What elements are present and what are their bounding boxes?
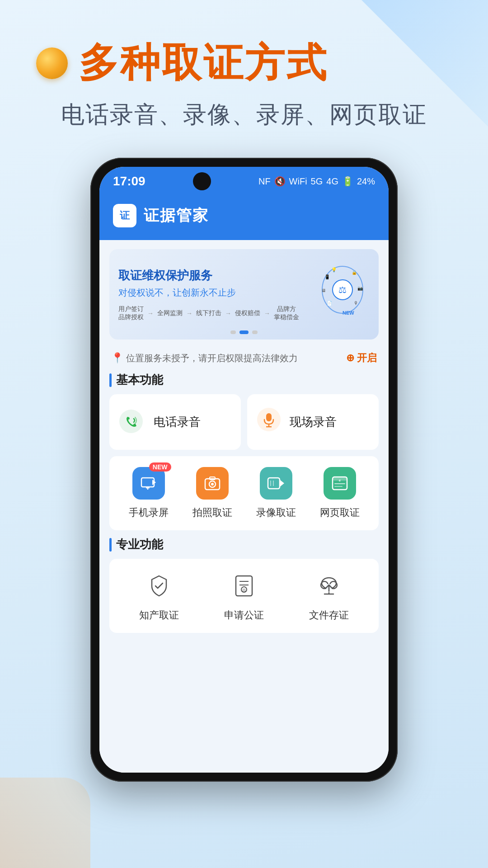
section-bar-indicator	[109, 373, 112, 387]
app-name: 证据管家	[144, 205, 209, 226]
signal-5g: 5G	[311, 176, 323, 187]
phone-record-label: 电话录音	[154, 414, 201, 430]
banner-card[interactable]: 取证维权保护服务 对侵权说不，让创新永不止步 用户签订品牌授权 → 全网监测 →…	[109, 249, 379, 340]
app-content: 取证维权保护服务 对侵权说不，让创新永不止步 用户签订品牌授权 → 全网监测 →…	[99, 240, 389, 773]
svg-text:🎙: 🎙	[354, 301, 358, 306]
location-icon: 📍	[111, 352, 123, 364]
dot-3	[252, 330, 258, 334]
banner-text: 取证维权保护服务 对侵权说不，让创新永不止步 用户签订品牌授权 → 全网监测 →…	[118, 267, 308, 321]
banner-subtitle: 对侵权说不，让创新永不止步	[118, 287, 308, 299]
new-badge: NEW	[149, 462, 171, 472]
mute-icon: 🔇	[274, 176, 286, 187]
banner-inner: 取证维权保护服务 对侵权说不，让创新永不止步 用户签订品牌授权 → 全网监测 →…	[109, 249, 379, 340]
pro-section-header: 专业功能	[109, 537, 379, 552]
photo-evidence-icon	[196, 467, 229, 500]
signal-4g: 4G	[326, 176, 338, 187]
step-4: 侵权赔偿	[235, 309, 260, 317]
location-notice: 📍 位置服务未授予，请开启权限提高法律效力 ⊕ 开启	[109, 347, 379, 369]
file-deposit-label: 文件存证	[309, 609, 349, 622]
func-grid: NEW 手机录屏	[109, 456, 379, 530]
location-open-btn[interactable]: ⊕ 开启	[346, 351, 377, 365]
basic-func-row: 电话录音 现场录音	[109, 394, 379, 450]
location-left: 📍 位置服务未授予，请开启权限提高法律效力	[111, 352, 298, 364]
onsite-record-card[interactable]: 现场录音	[247, 394, 379, 450]
ip-evidence-icon	[143, 570, 175, 602]
status-icons: NF 🔇 WiFi 5G 4G 🔋 24%	[258, 176, 375, 187]
svg-text:📱: 📱	[324, 274, 330, 280]
main-title: 多种取证方式	[79, 36, 328, 90]
camera-notch	[193, 172, 211, 190]
phone-wave-icon	[118, 409, 145, 436]
ip-evidence-label: 知产取证	[139, 609, 179, 622]
video-evidence-icon	[260, 467, 292, 500]
app-header: 证 证据管家	[99, 196, 389, 240]
dot-2-active	[239, 330, 249, 334]
svg-point-22	[211, 483, 214, 486]
logo-text: 证	[120, 209, 130, 222]
video-evidence-item[interactable]: 录像取证	[256, 467, 296, 519]
battery-icon: 🔋	[342, 176, 353, 187]
banner-image: ⚖ 📱 🔒 📷 🎙 📄 🖥 💡 NEW	[315, 263, 370, 326]
svg-rect-31	[334, 483, 345, 484]
location-open-label: 开启	[357, 351, 377, 365]
phone-container: 17:09 NF 🔇 WiFi 5G 4G 🔋 24% 证 证据管家	[0, 149, 488, 782]
svg-marker-25	[280, 480, 284, 487]
web-evidence-item[interactable]: e 网页取证	[320, 467, 360, 519]
video-evidence-label: 录像取证	[256, 506, 296, 519]
pro-section-title: 专业功能	[116, 537, 163, 552]
pro-section-bar	[109, 538, 112, 552]
notary-item[interactable]: ⚖ 申请公证	[224, 570, 264, 622]
subtitle: 电话录音、录像、录屏、网页取证	[36, 99, 452, 131]
svg-text:⚖: ⚖	[338, 285, 347, 295]
step-1: 用户签订品牌授权	[118, 305, 144, 321]
screen-record-item[interactable]: NEW 手机录屏	[129, 467, 169, 519]
svg-text:💡: 💡	[331, 267, 337, 273]
location-open-icon: ⊕	[346, 352, 354, 364]
file-deposit-icon	[313, 570, 345, 602]
pro-func-card: 知产取证 ⚖ 申请公证	[109, 559, 379, 633]
arrow-2: →	[186, 310, 192, 317]
phone-inner: 17:09 NF 🔇 WiFi 5G 4G 🔋 24% 证 证据管家	[99, 167, 389, 773]
step-5: 品牌方掌稳偿金	[274, 305, 299, 321]
svg-rect-16	[141, 478, 154, 487]
banner-title: 取证维权保护服务	[118, 267, 308, 283]
svg-rect-13	[266, 413, 272, 421]
arrow-4: →	[264, 310, 270, 317]
svg-text:e: e	[338, 478, 341, 482]
screen-record-icon: NEW	[132, 467, 165, 500]
arrow-3: →	[225, 310, 231, 317]
ip-evidence-item[interactable]: 知产取证	[139, 570, 179, 622]
svg-text:📷: 📷	[357, 285, 363, 291]
basic-section-header: 基本功能	[109, 372, 379, 388]
svg-rect-33	[236, 576, 252, 596]
location-text: 位置服务未授予，请开启权限提高法律效力	[126, 352, 298, 364]
dot-1	[230, 330, 236, 334]
photo-evidence-item[interactable]: 拍照取证	[192, 467, 232, 519]
basic-section-title: 基本功能	[116, 372, 163, 388]
onsite-record-label: 现场录音	[290, 414, 337, 430]
wifi-icon: WiFi	[289, 176, 307, 187]
banner-dots	[230, 330, 258, 334]
screen-record-label: 手机录屏	[129, 506, 169, 519]
banner-steps: 用户签订品牌授权 → 全网监测 → 线下打击 → 侵权赔偿 → 品牌方掌稳偿金	[118, 305, 308, 321]
phone-record-card[interactable]: 电话录音	[109, 394, 241, 450]
file-deposit-item[interactable]: 文件存证	[309, 570, 349, 622]
gold-ball-icon	[36, 47, 68, 79]
notary-icon: ⚖	[228, 570, 260, 602]
status-time: 17:09	[113, 174, 145, 189]
banner-svg-image: ⚖ 📱 🔒 📷 🎙 📄 🖥 💡 NEW	[318, 265, 367, 324]
status-bar: 17:09 NF 🔇 WiFi 5G 4G 🔋 24%	[99, 167, 389, 196]
arrow-1: →	[147, 310, 154, 317]
web-evidence-icon: e	[324, 467, 356, 500]
step-3: 线下打击	[196, 309, 221, 317]
svg-text:📄: 📄	[327, 300, 333, 306]
notary-label: 申请公证	[224, 609, 264, 622]
bg-decoration-bottom-left	[0, 778, 90, 868]
svg-text:NEW: NEW	[343, 310, 354, 316]
nf-icon: NF	[258, 176, 271, 187]
svg-point-11	[119, 410, 143, 433]
title-row: 多种取证方式	[36, 36, 452, 90]
svg-text:🔒: 🔒	[352, 269, 357, 275]
battery-percent: 24%	[357, 176, 375, 187]
app-logo: 证	[113, 204, 136, 227]
